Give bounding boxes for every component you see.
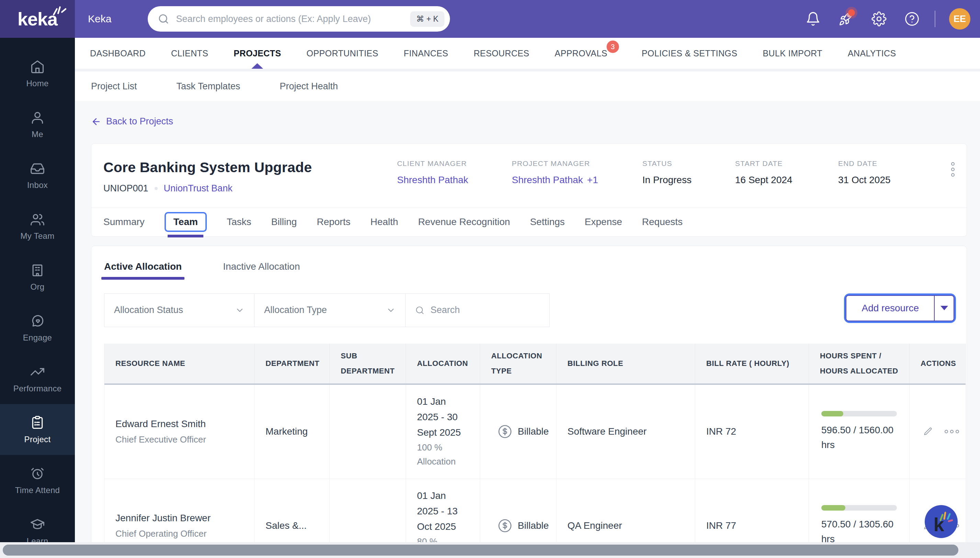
horizontal-scrollbar-thumb[interactable] <box>3 545 959 556</box>
tab-billing[interactable]: Billing <box>271 217 297 228</box>
sparkle-icon <box>939 510 953 522</box>
help-icon[interactable] <box>905 11 919 26</box>
project-code: UNIOP001 <box>103 183 148 194</box>
table-header-row: RESOURCE NAME DEPARTMENT SUB DEPARTMENT … <box>105 344 965 385</box>
tab-team[interactable]: Team <box>174 217 198 227</box>
nav-projects[interactable]: PROJECTS <box>234 38 281 69</box>
sidebar-item-home[interactable]: Home <box>0 48 75 99</box>
cell-department: Marketing <box>254 385 330 479</box>
user-icon <box>30 110 45 125</box>
resource-search[interactable] <box>406 294 549 327</box>
project-tabs: Summary Team Tasks Billing Reports Healt… <box>91 208 967 236</box>
sidebar-item-me[interactable]: Me <box>0 99 75 150</box>
nav-finances[interactable]: FINANCES <box>404 38 448 69</box>
add-resource-button[interactable]: Add resource <box>846 295 934 321</box>
more-managers-badge[interactable]: +1 <box>587 174 598 185</box>
learn-graduation-icon <box>30 517 45 532</box>
nav-analytics[interactable]: ANALYTICS <box>848 38 896 69</box>
tab-settings[interactable]: Settings <box>530 217 565 228</box>
dollar-circle-icon <box>498 424 512 439</box>
tab-requests[interactable]: Requests <box>642 217 683 228</box>
search-icon <box>158 13 169 25</box>
start-date-value: 16 Sept 2024 <box>735 174 838 185</box>
project-manager-link[interactable]: Shreshth Pathak+1 <box>512 174 642 185</box>
cell-allocation: 01 Jan 2025 - 30 Sept 2025 100 %Allocati… <box>406 385 480 479</box>
sidebar-item-my-team[interactable]: My Team <box>0 201 75 251</box>
tab-summary[interactable]: Summary <box>103 217 144 228</box>
col-billing-role: BILLING ROLE <box>556 344 695 384</box>
main-area: DASHBOARD CLIENTS PROJECTS OPPORTUNITIES… <box>75 38 980 558</box>
project-kebab-menu-icon[interactable] <box>951 159 955 177</box>
nav-clients[interactable]: CLIENTS <box>171 38 208 69</box>
tab-health[interactable]: Health <box>370 217 398 228</box>
engage-chat-icon <box>30 313 45 328</box>
top-bar: keka Keka ⌘ + K EE <box>0 0 980 38</box>
rocket-notification-dot <box>848 9 855 16</box>
subnav-task-templates[interactable]: Task Templates <box>177 81 241 92</box>
inbox-icon <box>30 161 45 176</box>
sidebar-item-performance[interactable]: Performance <box>0 353 75 404</box>
nav-approvals[interactable]: APPROVALS 3 <box>555 38 607 69</box>
col-resource-name: RESOURCE NAME <box>105 344 254 384</box>
home-icon <box>30 59 45 74</box>
chevron-down-icon <box>386 305 396 315</box>
settings-gear-icon[interactable] <box>872 11 887 26</box>
sparkle-icon <box>51 2 66 16</box>
dollar-circle-icon <box>498 519 512 533</box>
search-shortcut-hint: ⌘ + K <box>410 11 445 27</box>
add-resource-dropdown-toggle[interactable] <box>934 295 954 321</box>
global-search[interactable]: ⌘ + K <box>148 6 450 31</box>
sidebar-item-org[interactable]: Org <box>0 251 75 302</box>
tab-active-allocation[interactable]: Active Allocation <box>104 261 182 280</box>
whats-new-rocket-icon[interactable] <box>839 11 854 26</box>
keka-assistant-button[interactable]: k <box>925 505 958 538</box>
col-allocation-type: ALLOCATION TYPE <box>480 344 556 384</box>
cell-bill-rate: INR 72 <box>695 385 809 479</box>
col-allocation: ALLOCATION <box>406 344 480 384</box>
horizontal-scrollbar-track <box>0 542 980 558</box>
cell-actions <box>910 385 966 479</box>
meta-end-date: END DATE 31 Oct 2025 <box>838 159 922 185</box>
row-menu-ellipsis-icon[interactable] <box>945 430 959 433</box>
page-content: Back to Projects Core Banking System Upg… <box>75 101 980 556</box>
tab-tasks[interactable]: Tasks <box>227 217 251 228</box>
nav-opportunities[interactable]: OPPORTUNITIES <box>306 38 378 69</box>
cell-sub-department <box>330 385 406 479</box>
nav-policies-settings[interactable]: POLICIES & SETTINGS <box>642 38 737 69</box>
sidebar-item-project[interactable]: Project <box>0 404 75 455</box>
tab-reports[interactable]: Reports <box>317 217 351 228</box>
resource-search-input[interactable] <box>430 305 540 315</box>
keka-logo[interactable]: keka <box>0 0 75 38</box>
team-allocation-card: Active Allocation Inactive Allocation Al… <box>91 246 967 556</box>
tab-revenue-recognition[interactable]: Revenue Recognition <box>418 217 510 228</box>
search-icon <box>415 305 424 315</box>
col-sub-department: SUB DEPARTMENT <box>330 344 406 384</box>
user-avatar[interactable]: EE <box>949 8 970 30</box>
chevron-down-icon <box>235 305 244 315</box>
nav-resources[interactable]: RESOURCES <box>474 38 529 69</box>
allocation-type-dropdown[interactable]: Allocation Type <box>254 294 406 327</box>
back-to-projects-link[interactable]: Back to Projects <box>91 116 173 127</box>
allocation-percent: 100 %Allocation <box>417 440 465 469</box>
allocation-tabs: Active Allocation Inactive Allocation <box>91 246 967 280</box>
global-search-input[interactable] <box>176 14 410 25</box>
cell-resource-name: Edward Ernest Smith Chief Executive Offi… <box>105 385 254 479</box>
client-link[interactable]: UnionTrust Bank <box>164 183 233 194</box>
edit-pencil-icon[interactable] <box>923 425 933 438</box>
client-manager-link[interactable]: Shreshth Pathak <box>397 174 512 185</box>
add-resource-focus-ring: Add resource <box>844 294 956 323</box>
notifications-bell-icon[interactable] <box>806 11 821 26</box>
tab-inactive-allocation[interactable]: Inactive Allocation <box>223 261 300 280</box>
subnav-project-health[interactable]: Project Health <box>280 81 338 92</box>
sidebar-item-time-attend[interactable]: Time Attend <box>0 455 75 506</box>
hours-progress-bar <box>821 505 897 510</box>
sidebar-item-engage[interactable]: Engage <box>0 302 75 353</box>
nav-bulk-import[interactable]: BULK IMPORT <box>763 38 822 69</box>
app-title: Keka <box>88 13 111 25</box>
arrow-left-icon <box>91 117 101 127</box>
allocation-status-dropdown[interactable]: Allocation Status <box>105 294 254 327</box>
nav-dashboard[interactable]: DASHBOARD <box>90 38 146 69</box>
subnav-project-list[interactable]: Project List <box>91 81 137 92</box>
tab-expense[interactable]: Expense <box>585 217 622 228</box>
sidebar-item-inbox[interactable]: Inbox <box>0 150 75 201</box>
